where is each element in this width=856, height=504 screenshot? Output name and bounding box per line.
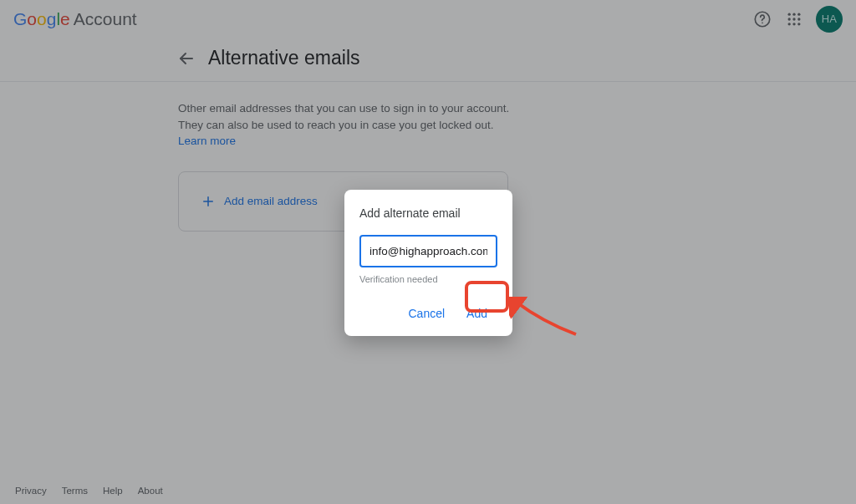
dialog-actions: Cancel Add (359, 301, 497, 326)
add-email-dialog: Add alternate email Verification needed … (344, 190, 512, 336)
alternate-email-input[interactable] (359, 235, 497, 267)
dialog-title: Add alternate email (359, 206, 497, 220)
cancel-button[interactable]: Cancel (398, 301, 455, 326)
add-button[interactable]: Add (456, 301, 497, 326)
verification-hint: Verification needed (359, 274, 497, 284)
